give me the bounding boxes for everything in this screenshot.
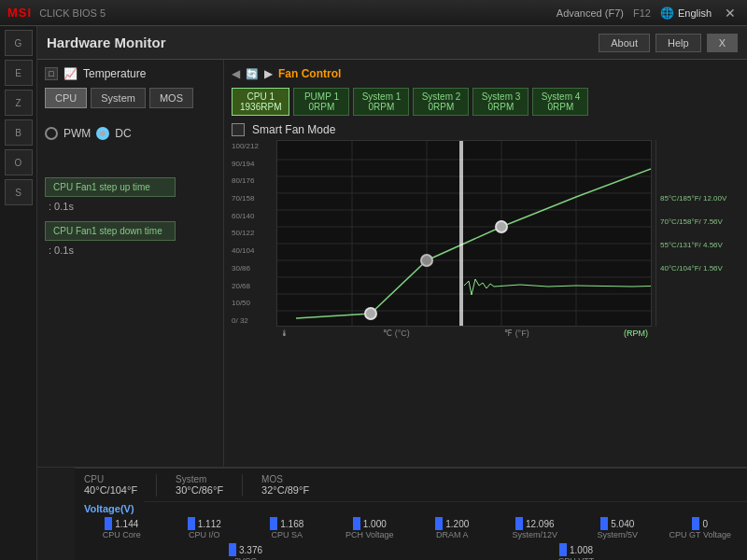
chart-inner: 🌡 ℃ (°C) ℉ (°F) (RPM) — [276, 140, 652, 340]
volt-cpu-io-name: CPU I/O — [189, 530, 220, 539]
bottom-bar: CPU 40°C/104°F System 30°C/86°F MOS 32°C… — [75, 467, 747, 560]
chart-wrapper: 100/212 90/194 80/176 70/158 60/140 50/1… — [232, 140, 740, 340]
y-label-4: 60/140 — [232, 212, 273, 220]
main-header: Hardware Monitor About Help X — [37, 26, 747, 60]
volt-sys12-name: System/12V — [512, 530, 557, 539]
sidebar-icon-2[interactable]: E — [5, 60, 33, 86]
voltage-row-2: 3.376 3VCC 1.008 CPU VTT — [75, 541, 747, 560]
sidebar-icon-5[interactable]: O — [5, 149, 33, 175]
sidebar-icon-1[interactable]: G — [5, 30, 33, 56]
fan-pump1-button[interactable]: PUMP 1 0RPM — [293, 88, 349, 116]
volt-cpu-core-bar-wrap: 1.144 — [105, 517, 138, 530]
fan-sys2-rpm: 0RPM — [429, 102, 455, 112]
sidebar-icon-4[interactable]: B — [5, 119, 33, 146]
volt-cpu-gt-bar-wrap: 0 — [692, 517, 708, 530]
dc-radio[interactable] — [96, 127, 109, 140]
volt-cpu-sa-name: CPU SA — [271, 530, 303, 539]
y-label-9: 10/50 — [232, 299, 273, 307]
fan-sys4-rpm: 0RPM — [548, 102, 574, 112]
temperature-tabs: CPU System MOS — [45, 88, 216, 108]
volt-cpu-gt-value: 0 — [702, 519, 708, 529]
volt-cpu-io: 1.112 CPU I/O — [165, 517, 245, 539]
volt-cpu-sa-value: 1.168 — [280, 519, 303, 529]
volt-cpu-sa-bar-wrap: 1.168 — [270, 517, 303, 530]
volt-cpu-io-bar-wrap: 1.112 — [188, 517, 221, 530]
left-sidebar: G E Z B O S — [0, 26, 37, 560]
volt-pch-name: PCH Voltage — [345, 530, 394, 539]
volt-dram-name: DRAM A — [436, 530, 469, 539]
f12-label: F12 — [633, 7, 651, 19]
volt-cpu-sa: 1.168 CPU SA — [247, 517, 327, 539]
right-scale-items: 85°C/185°F/ 12.00V 70°C/158°F/ 7.56V 55°… — [660, 194, 736, 273]
mos-temp-label: MOS — [261, 474, 309, 484]
y-label-6: 40/104 — [232, 246, 273, 255]
sidebar-icon-3[interactable]: Z — [5, 90, 33, 116]
fan-sys3-button[interactable]: System 3 0RPM — [472, 88, 529, 116]
volt-dram: 1.200 DRAM A — [413, 517, 492, 539]
y-label-5: 50/122 — [232, 229, 273, 237]
tab-cpu[interactable]: CPU — [45, 88, 87, 108]
fan-sys4-button[interactable]: System 4 0RPM — [532, 88, 588, 116]
fan-sys1-button[interactable]: System 1 0RPM — [353, 88, 409, 116]
fan-sys1-name: System 1 — [362, 91, 402, 102]
pwm-dc-row: PWM DC — [45, 127, 216, 140]
volt-cpu-core-name: CPU Core — [103, 530, 141, 539]
temp-divider-1 — [156, 474, 157, 497]
tab-mos[interactable]: MOS — [149, 88, 193, 108]
step-down-button[interactable]: CPU Fan1 step down time — [45, 221, 176, 241]
volt-sys5: 5.040 System/5V — [578, 517, 657, 539]
left-panel: □ 📈 Temperature CPU System MOS PWM DC — [37, 60, 224, 467]
pwm-label: PWM — [63, 127, 91, 140]
y-label-10: 0/ 32 — [232, 316, 273, 325]
volt-cpu-vtt-value: 1.008 — [570, 545, 593, 555]
svg-rect-17 — [459, 141, 463, 327]
help-button[interactable]: Help — [655, 34, 701, 52]
svg-point-16 — [421, 255, 432, 266]
mos-temp-item: MOS 32°C/89°F — [261, 474, 309, 496]
volt-sys5-value: 5.040 — [611, 519, 634, 529]
volt-cpu-io-bar — [188, 517, 195, 530]
temperature-label: Temperature — [83, 67, 146, 80]
volt-cpu-gt-bar — [692, 517, 699, 530]
fan-sys2-name: System 2 — [422, 91, 461, 102]
volt-pch-value: 1.000 — [363, 519, 387, 529]
volt-dram-value: 1.200 — [445, 519, 469, 529]
tab-system[interactable]: System — [91, 88, 146, 108]
fan-chart-svg[interactable] — [276, 140, 652, 327]
fan-control-header: ◀ 🔄 ▶ Fan Control — [232, 67, 740, 80]
fan-sys2-button[interactable]: System 2 0RPM — [413, 88, 469, 116]
fan-cpu1-name: CPU 1 — [247, 91, 275, 102]
close-button[interactable]: X — [707, 34, 738, 52]
dc-label: DC — [115, 127, 131, 140]
volt-cpu-gt-name: CPU GT Voltage — [669, 530, 731, 539]
right-scale: 85°C/185°F/ 12.00V 70°C/158°F/ 7.56V 55°… — [655, 140, 740, 327]
volt-sys12: 12.096 System/12V — [496, 517, 575, 539]
volt-dram-bar-wrap: 1.200 — [435, 517, 469, 530]
system-temp-value: 30°C/86°F — [176, 484, 223, 496]
smart-fan-label: Smart Fan Mode — [252, 123, 335, 136]
volt-cpu-vtt-bar-wrap: 1.008 — [559, 543, 593, 556]
scale-item-3: 40°C/104°F/ 1.56V — [660, 264, 736, 273]
fan-cpu1-button[interactable]: CPU 1 1936RPM — [232, 88, 289, 116]
y-label-2: 80/176 — [232, 176, 273, 185]
step-up-button[interactable]: CPU Fan1 step up time — [45, 177, 176, 197]
smart-fan-checkbox[interactable] — [232, 123, 245, 136]
y-label-3: 70/158 — [232, 194, 273, 203]
y-label-7: 30/86 — [232, 264, 273, 273]
volt-cpu-io-value: 1.112 — [198, 519, 221, 529]
expand-temperature-button[interactable]: □ — [45, 67, 58, 80]
x-axis-fahrenheit: ℉ (°F) — [504, 329, 529, 338]
page-title: Hardware Monitor — [47, 35, 593, 50]
scale-item-1: 70°C/158°F/ 7.56V — [660, 217, 736, 226]
pwm-radio[interactable] — [45, 127, 58, 140]
right-panel: ◀ 🔄 ▶ Fan Control CPU 1 1936RPM PUMP 1 0… — [224, 60, 747, 467]
fan-pump1-rpm: 0RPM — [309, 102, 335, 112]
system-temp-label: System — [176, 474, 223, 484]
language-selector[interactable]: 🌐 English — [660, 7, 712, 20]
volt-pch: 1.000 PCH Voltage — [331, 517, 410, 539]
sidebar-icon-6[interactable]: S — [5, 179, 33, 205]
bios-title: CLICK BIOS 5 — [39, 7, 106, 19]
fan-cpu1-rpm: 1936RPM — [240, 102, 281, 112]
top-close-button[interactable]: ✕ — [721, 6, 740, 21]
about-button[interactable]: About — [599, 34, 650, 52]
